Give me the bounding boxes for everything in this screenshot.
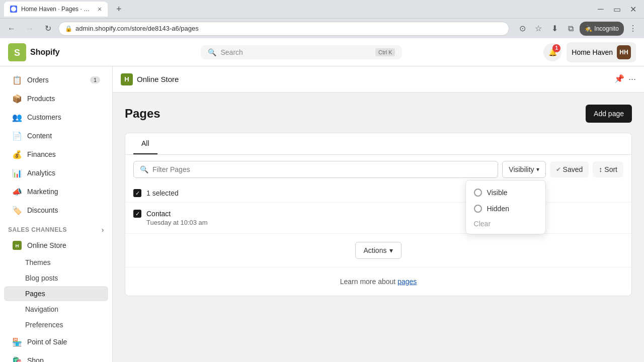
maximize-button[interactable]: ▭: [610, 2, 624, 16]
tab-favicon: [10, 6, 17, 13]
visibility-clear[interactable]: Clear: [466, 217, 545, 230]
incognito-text: Incognito: [594, 25, 619, 32]
address-bar[interactable]: 🔒 admin.shopify.com/store/de8143-a6/page…: [58, 22, 509, 36]
pages-label: Pages: [25, 290, 45, 298]
sort-icon: ↕: [599, 165, 602, 173]
products-icon: 📦: [12, 94, 22, 104]
table-row[interactable]: Contact Tuesday at 10:03 am: [125, 203, 631, 234]
pin-icon[interactable]: 📌: [614, 74, 624, 84]
global-search[interactable]: 🔍 Search Ctrl K: [201, 45, 402, 59]
row-checkbox[interactable]: [133, 210, 141, 218]
pos-icon: 🏪: [12, 337, 22, 347]
visibility-option-hidden[interactable]: Hidden: [466, 201, 545, 217]
analytics-label: Analytics: [27, 169, 55, 177]
sort-button[interactable]: ↕ Sort: [593, 161, 623, 177]
select-all-checkbox[interactable]: [133, 189, 141, 197]
tab-title: Home Haven · Pages · Shopify: [21, 6, 92, 13]
hidden-radio[interactable]: [474, 205, 482, 213]
notification-badge: 1: [552, 44, 560, 52]
cast-icon[interactable]: ⊙: [515, 22, 529, 36]
tab-all[interactable]: All: [133, 133, 157, 154]
notifications-button[interactable]: 🔔 1: [543, 43, 561, 61]
bookmark-icon[interactable]: ☆: [531, 22, 545, 36]
browser-toolbar: ← → ↻ 🔒 admin.shopify.com/store/de8143-a…: [0, 18, 644, 38]
visibility-option-visible[interactable]: Visible: [466, 185, 545, 201]
close-button[interactable]: ✕: [626, 2, 640, 16]
app-header: S Shopify 🔍 Search Ctrl K 🔔 1 Home Haven…: [0, 38, 644, 66]
sidebar-item-marketing[interactable]: 📣 Marketing: [4, 183, 108, 201]
saved-check-icon: ✔: [556, 166, 561, 173]
saved-button[interactable]: ✔ Saved: [550, 161, 589, 177]
sidebar-item-online-store[interactable]: H Online Store: [4, 236, 108, 254]
browser-tab[interactable]: Home Haven · Pages · Shopify ×: [4, 2, 108, 17]
svg-point-0: [11, 7, 16, 12]
finances-icon: 💰: [12, 149, 22, 159]
sidebar-item-orders[interactable]: 📋 Orders 1: [4, 71, 108, 89]
preferences-label: Preferences: [25, 321, 63, 329]
new-tab-button[interactable]: +: [112, 2, 126, 16]
blog-posts-label: Blog posts: [25, 274, 58, 282]
back-button[interactable]: ←: [4, 21, 19, 36]
sidebar-item-products[interactable]: 📦 Products: [4, 89, 108, 108]
menu-button[interactable]: ⋮: [626, 22, 640, 36]
sidebar-item-analytics[interactable]: 📊 Analytics: [4, 164, 108, 182]
filter-search-icon: 🔍: [140, 165, 148, 173]
tab-close[interactable]: ×: [98, 5, 102, 13]
filter-search[interactable]: 🔍: [133, 161, 498, 178]
marketing-icon: 📣: [12, 187, 22, 197]
marketing-label: Marketing: [27, 188, 58, 196]
pos-label: Point of Sale: [27, 338, 67, 346]
bulk-actions-button[interactable]: Actions ▾: [355, 242, 402, 259]
sidebar-item-customers[interactable]: 👥 Customers: [4, 108, 108, 126]
visibility-chevron-icon: ▾: [536, 166, 539, 173]
visibility-label: Visibility: [509, 165, 534, 173]
orders-icon: 📋: [12, 75, 22, 85]
sub-nav-blog-posts[interactable]: Blog posts: [4, 270, 108, 286]
sidebar-item-point-of-sale[interactable]: 🏪 Point of Sale: [4, 333, 108, 351]
minimize-button[interactable]: ─: [594, 2, 608, 16]
shopify-logo[interactable]: S Shopify: [8, 43, 60, 61]
add-page-button[interactable]: Add page: [586, 105, 632, 123]
toolbar-actions: ⊙ ☆ ⬇ ⧉ 🕵 Incognito ⋮: [515, 22, 640, 36]
sidebar-item-shop[interactable]: 🛍️ Shop: [4, 351, 108, 362]
sub-nav-navigation[interactable]: Navigation: [4, 302, 108, 317]
sidebar-item-finances[interactable]: 💰 Finances: [4, 145, 108, 163]
sub-nav-pages[interactable]: Pages: [4, 286, 108, 301]
visible-radio[interactable]: [474, 189, 482, 197]
sub-nav-themes[interactable]: Themes: [4, 255, 108, 270]
actions-label: Actions: [364, 246, 387, 254]
visibility-dropdown: Visible Hidden Clear: [465, 180, 546, 234]
saved-label: Saved: [563, 165, 583, 173]
sidebar-item-discounts[interactable]: 🏷️ Discounts: [4, 201, 108, 219]
store-selector[interactable]: Home Haven HH: [567, 42, 636, 62]
sub-nav-preferences[interactable]: Preferences: [4, 317, 108, 332]
search-placeholder: Search: [220, 48, 371, 56]
page-title: Pages: [125, 107, 160, 121]
navigation-label: Navigation: [25, 305, 58, 313]
forward-button[interactable]: →: [22, 21, 37, 36]
filters-row: 🔍 Visibility ▾ Visible: [125, 155, 631, 184]
content-icon: 📄: [12, 131, 22, 141]
visibility-filter-button[interactable]: Visibility ▾: [502, 161, 545, 178]
store-name: Home Haven: [572, 48, 613, 56]
reload-button[interactable]: ↻: [40, 21, 55, 36]
sales-channels-chevron: ›: [102, 226, 104, 234]
download-icon[interactable]: ⬇: [547, 22, 561, 36]
incognito-icon: 🕵: [585, 25, 592, 32]
filter-pages-input[interactable]: [152, 165, 492, 173]
online-store-subnav: Themes Blog posts Pages Navigation Prefe…: [0, 255, 112, 332]
sidebar-item-content[interactable]: 📄 Content: [4, 127, 108, 145]
channel-badge: H Online Store: [121, 73, 179, 85]
customers-label: Customers: [27, 113, 61, 121]
learn-more-text: Learn more about: [340, 278, 397, 286]
orders-label: Orders: [27, 76, 49, 84]
content-label: Content: [27, 132, 52, 140]
online-store-icon: H: [12, 240, 22, 250]
extensions-icon[interactable]: ⧉: [564, 22, 578, 36]
more-options-icon[interactable]: ···: [628, 74, 636, 84]
selection-row: 1 selected: [125, 184, 631, 203]
pages-link[interactable]: pages: [397, 278, 417, 286]
selection-count: 1 selected: [146, 189, 179, 197]
learn-more-section: Learn more about pages: [125, 267, 631, 296]
window-controls: ─ ▭ ✕: [594, 2, 640, 16]
